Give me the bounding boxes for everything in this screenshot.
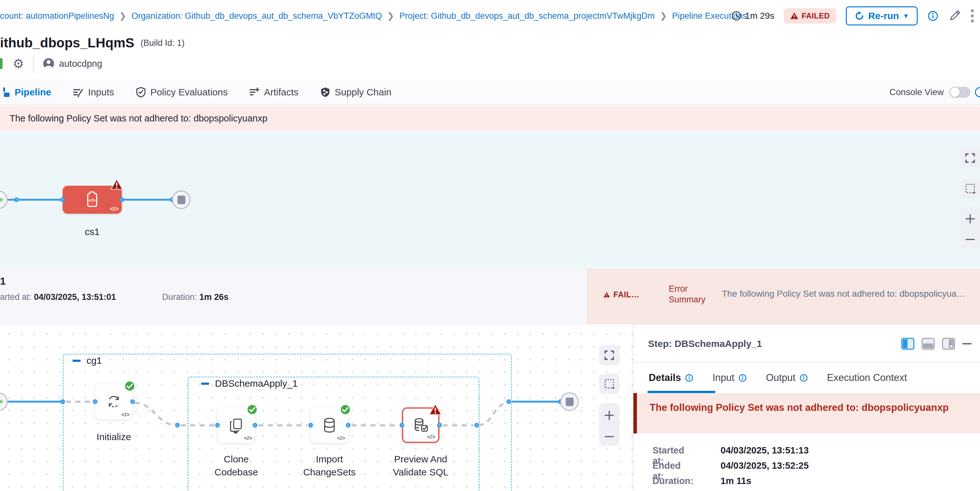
stage-name: 1 — [0, 275, 6, 287]
rerun-label: Re-run — [869, 11, 899, 21]
collapse-icon[interactable] — [201, 383, 209, 385]
step-label: Initialize — [97, 430, 131, 443]
info-icon[interactable] — [738, 373, 747, 382]
custom-stage-icon: </> — [83, 191, 101, 209]
step-node-preview-validate-sql[interactable]: </> — [402, 407, 439, 443]
execution-tabs-bar: Pipeline Inputs Policy Evaluations Artif… — [0, 79, 980, 105]
zoom-out-button[interactable] — [965, 238, 975, 242]
tab-inputs[interactable]: Inputs — [62, 79, 125, 105]
marquee-select-button[interactable] — [960, 179, 980, 199]
edge — [442, 424, 474, 426]
port — [346, 423, 351, 428]
port — [93, 399, 98, 404]
breadcrumb-project[interactable]: Project: Github_db_devops_aut_db_schema_… — [399, 11, 655, 21]
console-view-toggle[interactable] — [950, 87, 970, 98]
group-label-dbschemaapply: DBSchemaApply_1 — [201, 378, 298, 389]
stage-graph-canvas[interactable]: </> </> cs1 — [0, 131, 980, 269]
policy-warning-text: The following Policy Set was not adhered… — [10, 113, 267, 124]
tab-input[interactable]: Input — [703, 372, 756, 383]
layout-bottom-icon[interactable] — [921, 338, 935, 350]
tab-output[interactable]: Output — [756, 372, 818, 383]
database-check-icon — [412, 416, 429, 434]
stop-icon — [566, 397, 574, 406]
edit-pencil-icon[interactable] — [948, 10, 961, 22]
tab-details[interactable]: Details — [633, 372, 703, 383]
fullscreen-button[interactable] — [599, 345, 619, 365]
tab-pipeline[interactable]: Pipeline — [0, 79, 62, 105]
step-node-clone-codebase[interactable]: </> — [218, 407, 255, 443]
active-tab-underline — [648, 391, 716, 393]
info-icon[interactable] — [799, 373, 808, 382]
tab-label: Input — [713, 372, 735, 383]
stage-start-node — [0, 392, 8, 411]
stage-node-cs1[interactable]: </> </> — [63, 186, 122, 214]
code-glyph: </> — [121, 412, 130, 418]
stage-end-node — [560, 392, 579, 411]
status-strip — [0, 58, 3, 69]
tab-execution-context[interactable]: Execution Context — [818, 372, 917, 383]
divider — [33, 54, 34, 73]
tab-policy-evaluations[interactable]: Policy Evaluations — [125, 79, 239, 105]
breadcrumb-account[interactable]: count: automationPipelinesNg — [0, 11, 114, 21]
duration-label: Duration: — [162, 292, 199, 302]
info-icon[interactable] — [927, 10, 939, 22]
collapse-icon[interactable] — [73, 360, 81, 362]
kebab-menu-icon[interactable] — [970, 9, 974, 23]
port — [437, 423, 442, 428]
policy-warning-banner: The following Policy Set was not adhered… — [0, 106, 980, 131]
shield-check-icon — [136, 87, 146, 98]
rerun-button[interactable]: Re-run ▼ — [846, 6, 918, 25]
tab-label: Output — [766, 372, 795, 383]
step-graph-canvas[interactable]: cg1 DBSchemaApply_1 </> — [0, 325, 633, 491]
triggered-by-user: autocdpng — [43, 57, 102, 70]
svg-text:</>: </> — [89, 197, 96, 203]
port — [60, 197, 65, 202]
shield-network-icon — [320, 87, 330, 98]
stop-icon — [177, 195, 185, 204]
artifacts-icon — [249, 87, 259, 97]
info-icon[interactable] — [975, 87, 980, 97]
step-label: Preview AndValidate SQL — [393, 453, 449, 478]
edge-curve — [477, 402, 510, 427]
marquee-select-button[interactable] — [599, 373, 619, 394]
fullscreen-button[interactable] — [960, 148, 980, 168]
pipeline-start-node — [0, 191, 8, 209]
warning-triangle-icon — [603, 292, 610, 298]
port — [400, 423, 404, 428]
failed-badge-icon — [110, 179, 123, 190]
error-summary-label: Error Summary — [669, 283, 716, 305]
tab-supply-chain[interactable]: Supply Chain — [309, 79, 402, 105]
edge — [8, 401, 63, 403]
group-name: DBSchemaApply_1 — [215, 378, 298, 389]
pipeline-title: ithub_dbops_LHqmS — [0, 35, 134, 51]
error-summary-message: The following Policy Set was not adhered… — [722, 289, 980, 299]
zoom-out-button[interactable] — [604, 435, 615, 439]
port — [506, 399, 511, 404]
step-node-initialize[interactable]: </> — [95, 384, 133, 419]
layout-split-left-icon[interactable] — [901, 338, 915, 350]
tab-artifacts[interactable]: Artifacts — [239, 79, 309, 105]
gear-icon[interactable]: ⚙ — [13, 57, 24, 70]
tab-label: Inputs — [88, 87, 114, 98]
info-icon[interactable] — [685, 373, 694, 382]
initialize-icon — [105, 393, 122, 410]
warning-triangle-icon — [790, 12, 799, 20]
minimize-icon[interactable] — [962, 342, 972, 345]
user-avatar-icon — [43, 57, 55, 70]
zoom-in-button[interactable] — [965, 213, 975, 224]
step-error-text: The following Policy Set was not adhered… — [650, 402, 948, 413]
stage-times: arted at: 04/03/2025, 13:51:01 Duration:… — [0, 292, 228, 302]
step-node-import-changesets[interactable]: </> — [311, 407, 348, 443]
code-glyph: </> — [110, 205, 119, 213]
port — [14, 197, 19, 202]
edge — [258, 424, 307, 426]
zoom-in-button[interactable] — [604, 410, 615, 421]
play-icon — [0, 397, 5, 406]
layout-right-icon[interactable] — [942, 338, 955, 350]
zoom-controls — [960, 207, 980, 248]
code-glyph: </> — [244, 435, 252, 442]
chevron-right-icon: ❯ — [387, 11, 394, 21]
breadcrumb-organization[interactable]: Organization: Github_db_devops_aut_db_sc… — [131, 11, 382, 21]
clone-codebase-icon — [228, 417, 245, 434]
success-badge-icon — [339, 404, 352, 416]
